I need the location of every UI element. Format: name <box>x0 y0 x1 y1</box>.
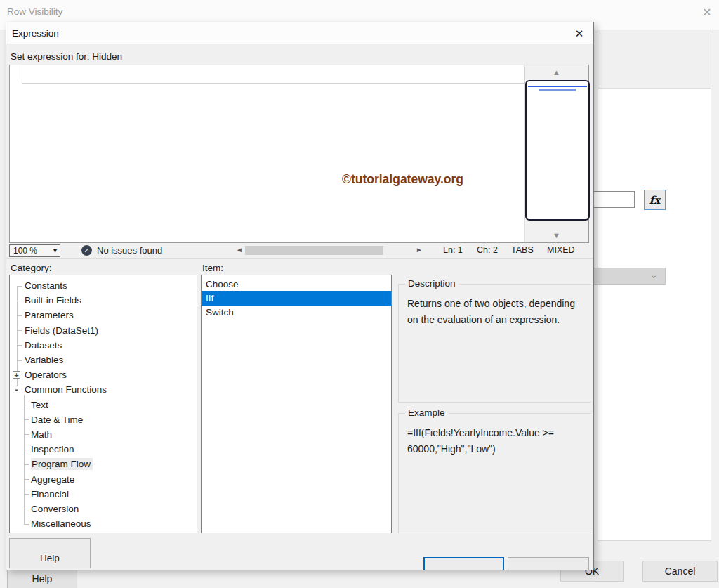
scrollbar-map-preview <box>525 80 590 221</box>
set-expression-label: Set expression for: Hidden <box>11 51 122 62</box>
dropdown-arrow-icon: ▾ <box>53 245 57 256</box>
cancel-button[interactable]: Cancel <box>508 557 589 570</box>
help-button[interactable]: Help <box>9 538 91 568</box>
expression-dialog-title: Expression <box>12 28 59 39</box>
item-row-label: Switch <box>206 307 234 318</box>
row-visibility-panel-header <box>598 30 711 89</box>
expression-code[interactable] <box>28 68 89 112</box>
category-item-label: Common Functions <box>25 384 107 395</box>
mixed-indicator: MIXED <box>547 245 575 255</box>
category-tree: Constants Built-in Fields Parameters Fie… <box>9 275 197 533</box>
scroll-down-icon[interactable]: ▼ <box>525 231 588 240</box>
expression-titlebar: Expression ✕ <box>6 22 593 44</box>
category-tree-item[interactable]: Constants <box>10 278 197 293</box>
expression-dialog: Expression ✕ Set expression for: Hidden … <box>6 22 594 570</box>
row-visibility-cancel-button[interactable]: Cancel <box>642 561 718 582</box>
expander-icon[interactable]: - <box>13 386 20 393</box>
example-title: Example <box>405 407 448 418</box>
row-visibility-dialog: Row Visibility ✕ fx ⌄ OK Cancel Help Exp… <box>0 0 719 588</box>
row-visibility-title: Row Visibility <box>7 6 62 17</box>
category-tree-item[interactable]: Math <box>10 427 197 442</box>
category-tree-item[interactable]: Fields (DataSet1) <box>10 323 197 338</box>
item-list-row[interactable]: Switch <box>202 306 391 320</box>
expression-value-field[interactable] <box>590 191 635 208</box>
category-item-label: Text <box>31 400 48 410</box>
category-tree-item[interactable]: Parameters <box>10 308 197 322</box>
issues-status-text: No issues found <box>97 245 162 256</box>
item-row-label: Choose <box>206 279 239 289</box>
map-code-text <box>539 89 575 91</box>
item-label: Item: <box>202 263 223 273</box>
category-item-label: Conversion <box>31 504 79 514</box>
check-circle-icon: ✓ <box>81 245 92 256</box>
column-indicator: Ch: 2 <box>477 245 498 255</box>
line-indicator: Ln: 1 <box>443 245 463 255</box>
category-item-label: Parameters <box>25 310 74 320</box>
row-visibility-content-panel <box>598 30 711 541</box>
category-item-label: Fields (DataSet1) <box>25 325 98 336</box>
category-item-label: Variables <box>25 355 63 365</box>
zoom-level-dropdown[interactable]: 100 % ▾ <box>9 244 60 257</box>
chevron-down-icon: ⌄ <box>649 269 658 280</box>
category-tree-item[interactable]: Inspection <box>10 442 197 457</box>
category-item-label: Miscellaneous <box>31 518 91 529</box>
close-icon[interactable]: ✕ <box>698 4 716 20</box>
category-tree-item[interactable]: Program Flow <box>10 457 197 471</box>
expander-icon[interactable]: + <box>13 371 20 379</box>
category-tree-item[interactable]: Variables <box>10 353 197 367</box>
item-list-row[interactable]: IIf <box>202 291 391 305</box>
item-row-label: IIf <box>206 293 213 303</box>
category-tree-item[interactable]: Datasets <box>10 338 197 353</box>
category-item-label: Inspection <box>31 444 74 455</box>
description-text: Returns one of two objects, depending on… <box>399 285 590 328</box>
category-item-label: Math <box>31 429 52 440</box>
zoom-level-value: 100 % <box>13 246 37 256</box>
category-tree-item[interactable]: Built-in Fields <box>10 293 197 308</box>
fx-expression-button[interactable]: fx <box>644 190 666 210</box>
disabled-dropdown: ⌄ <box>590 268 666 285</box>
horizontal-scrollbar[interactable] <box>244 246 414 255</box>
fx-icon: fx <box>649 194 660 207</box>
category-item-label: Built-in Fields <box>25 295 81 306</box>
category-tree-item[interactable]: + Operators <box>10 367 197 382</box>
category-tree-item[interactable]: Conversion <box>10 502 197 516</box>
example-text: =IIf(Fields!YearlyIncome.Value >= 60000,… <box>399 414 590 457</box>
category-tree-item[interactable]: Aggregate <box>10 471 197 486</box>
watermark-text: ©tutorialgateway.org <box>342 172 463 187</box>
category-tree-item[interactable]: Miscellaneous <box>10 516 197 531</box>
category-item-label: Aggregate <box>31 474 74 485</box>
tabs-indicator: TABS <box>511 245 534 255</box>
description-title: Description <box>405 278 459 289</box>
category-tree-item[interactable]: Financial <box>10 487 197 502</box>
close-icon[interactable]: ✕ <box>571 25 588 41</box>
ok-button[interactable]: OK <box>423 557 504 570</box>
category-tree-item[interactable]: Text <box>10 398 197 412</box>
description-groupbox: Description Returns one of two objects, … <box>398 284 591 403</box>
scroll-right-icon[interactable]: ► <box>416 246 423 254</box>
category-item-label: Program Flow <box>31 458 93 470</box>
category-item-label: Date & Time <box>31 414 83 425</box>
map-code-line <box>528 86 587 87</box>
category-tree-item[interactable]: - Common Functions <box>10 382 197 397</box>
item-list: Choose IIf Switch <box>201 275 392 533</box>
category-item-label: Datasets <box>25 340 62 351</box>
scroll-left-icon[interactable]: ◄ <box>236 246 243 254</box>
category-item-label: Constants <box>25 280 67 291</box>
example-groupbox: Example =IIf(Fields!YearlyIncome.Value >… <box>398 413 591 533</box>
category-item-label: Operators <box>25 370 67 380</box>
item-list-row[interactable]: Choose <box>202 277 391 291</box>
current-line-highlight <box>22 67 525 84</box>
scroll-up-icon[interactable]: ▲ <box>525 68 588 77</box>
editor-status-bar: 100 % ▾ ✓ No issues found ◄ ► Ln: 1 Ch: … <box>6 243 593 259</box>
expression-code-editor[interactable]: ▲ ▼ ©tutorialgateway.org <box>9 65 589 243</box>
category-item-label: Financial <box>31 489 69 499</box>
horizontal-scrollbar-thumb[interactable] <box>245 246 383 255</box>
category-label: Category: <box>11 263 52 273</box>
category-tree-item[interactable]: Date & Time <box>10 412 197 427</box>
